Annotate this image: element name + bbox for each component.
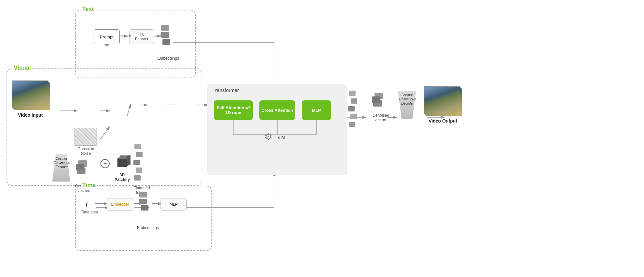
arrow-cubes-mlp [152,203,159,204]
gaussian-noise-label: Gaussian Noise [72,147,99,156]
time-section-label: Time [81,182,97,189]
prompt-box: Prompt [94,29,120,44]
mlp-button[interactable]: MLP [302,100,331,120]
denoised-cubes: Denoised vectors [372,93,388,112]
embedder-box: Embedder [107,198,133,211]
t5-encoder-box: T5 Encoder [130,29,154,44]
timestep-t: t [85,199,88,210]
time-section-box: Time t Time step Embedder Embeddings [75,186,212,251]
t5-encoder-label: T5 Encoder [135,33,148,41]
cosmos-decoder-label: Cosmos Continuous Decoder [396,93,419,106]
embeddings-cubes [161,25,173,51]
prompt-label: Prompt [100,35,114,39]
text-section-label: Text [81,6,95,13]
repeat-gear-icon: ⚙ [264,131,272,142]
self-attention-button[interactable]: Self Attention w/ 3D rope [214,100,253,120]
video-output-label: Video Output [427,118,458,124]
visual-section-label: Visual [12,65,32,71]
transformer-box: Transformer Self Attention w/ 3D rope Cr… [207,84,347,175]
arrow-encoder-embeddings [155,36,161,36]
cross-attention-button[interactable]: Cross Attention [259,100,295,120]
timestep-label: Time step [81,210,98,214]
embeddings-label: Embeddings [157,56,179,61]
gaussian-noise-box: Gaussian Noise [74,128,97,146]
xn-label: x N [277,135,285,140]
arrow-prompt-encoder [120,36,130,36]
cosmos-encoder-label: Cosmos Continuous Encoder [49,156,74,169]
time-embeddings-label: Embeddings [137,226,159,230]
time-mlp-box: MLP [161,198,187,211]
corrupted-cubes [76,160,92,180]
arrow-t-embedder [95,203,105,204]
visual-section-box: Visual Video Input Cosmos Continuous Enc… [7,68,202,186]
denoised-vectors-label: Denoised vectors [370,113,391,122]
arrow-embedder-cubes [134,203,140,204]
plus-circle: + [100,159,110,168]
diagram-container: Text Prompt T5 Encoder Embeddings [0,0,644,277]
cosmos-decoder-shape: Cosmos Continuous Decoder [398,91,416,119]
transformer-label: Transformer [212,87,239,93]
video-input-label: Video Input [16,112,45,118]
patchify-label: 3DPatchify [113,173,131,182]
transformer-internal-arrows [207,84,347,175]
patchify-icon [115,155,131,172]
text-section-box: Text Prompt T5 Encoder Embeddings [75,10,196,78]
